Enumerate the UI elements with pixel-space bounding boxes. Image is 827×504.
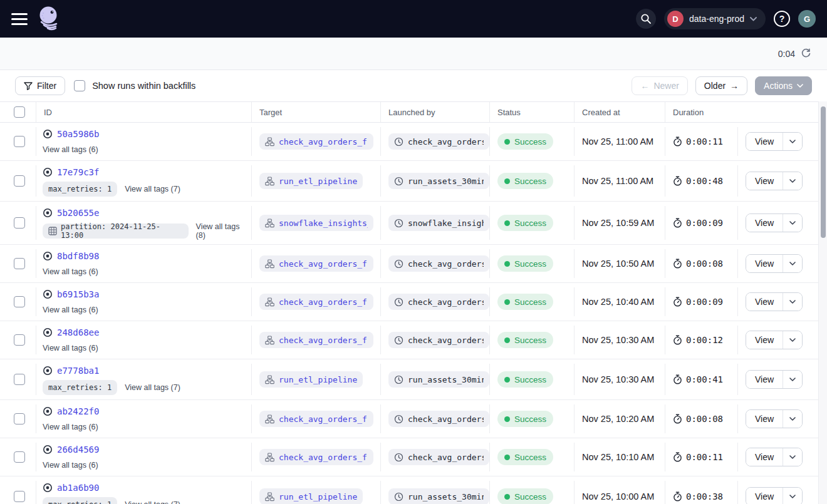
run-id-cell: e7778ba1 max_retries: 1 View all tags (7… xyxy=(36,364,252,395)
view-dropdown-button[interactable] xyxy=(783,488,802,504)
view-dropdown-button[interactable] xyxy=(783,133,802,150)
filter-button[interactable]: Filter xyxy=(15,76,65,95)
search-button[interactable] xyxy=(636,9,656,29)
view-dropdown-button[interactable] xyxy=(783,331,802,349)
target-pill[interactable]: check_avg_orders_freshne xyxy=(259,411,373,427)
scrollbar-track[interactable] xyxy=(818,101,827,504)
target-pill[interactable]: check_avg_orders_freshne xyxy=(259,133,373,150)
launched-by-pill[interactable]: snowflake_insights_… xyxy=(388,215,489,231)
run-id-link[interactable]: ab2422f0 xyxy=(57,406,99,416)
target-pill[interactable]: check_avg_orders_freshne xyxy=(259,255,373,272)
target-pill[interactable]: run_etl_pipeline xyxy=(259,488,363,504)
avatar[interactable]: G xyxy=(798,10,816,28)
run-tag-pill[interactable]: max_retries: 1 xyxy=(43,380,117,395)
run-id-link[interactable]: 8bdf8b98 xyxy=(57,251,99,261)
target-pill[interactable]: check_avg_orders_freshne xyxy=(259,332,373,348)
tag-label: max_retries: 1 xyxy=(48,185,112,193)
target-pill[interactable]: run_etl_pipeline xyxy=(259,173,363,189)
hamburger-menu-icon[interactable] xyxy=(11,10,29,28)
view-button[interactable]: View xyxy=(746,293,783,311)
view-button[interactable]: View xyxy=(746,255,783,272)
created-at: Nov 25, 10:10 AM xyxy=(582,452,654,462)
view-all-tags-link[interactable]: View all tags (7) xyxy=(125,500,180,504)
row-checkbox[interactable] xyxy=(14,175,25,187)
target-pill[interactable]: check_avg_orders_freshne xyxy=(259,294,373,310)
launched-by-pill[interactable]: check_avg_orders_f… xyxy=(388,255,489,272)
launched-by-pill[interactable]: check_avg_orders_f… xyxy=(388,449,489,465)
view-all-tags-link[interactable]: View all tags (8) xyxy=(196,222,251,240)
status-badge: Success xyxy=(497,449,553,465)
view-button[interactable]: View xyxy=(746,448,783,466)
run-tag-pill[interactable]: max_retries: 1 xyxy=(43,497,117,504)
view-dropdown-button[interactable] xyxy=(783,410,802,428)
launched-by-pill[interactable]: run_assets_30min xyxy=(388,173,489,189)
run-id-link[interactable]: 248d68ee xyxy=(57,327,99,337)
status-badge: Success xyxy=(497,215,553,231)
view-all-tags-link[interactable]: View all tags (6) xyxy=(43,306,98,314)
launched-by-pill[interactable]: check_avg_orders_f… xyxy=(388,133,489,150)
older-button[interactable]: Older → xyxy=(695,76,747,95)
launched-by-pill[interactable]: run_assets_30min xyxy=(388,371,489,388)
row-checkbox[interactable] xyxy=(14,451,25,463)
launched-by-pill[interactable]: check_avg_orders_f… xyxy=(388,411,489,427)
target-pill[interactable]: run_etl_pipeline xyxy=(259,371,363,388)
run-id-link[interactable]: 5b20655e xyxy=(57,208,99,218)
refresh-icon[interactable] xyxy=(801,48,811,59)
launched-by-pill[interactable]: run_assets_30min xyxy=(388,488,489,504)
view-dropdown-button[interactable] xyxy=(783,293,802,311)
clock-icon xyxy=(394,137,403,147)
view-button[interactable]: View xyxy=(746,410,783,428)
row-checkbox[interactable] xyxy=(14,491,25,502)
actions-button[interactable]: Actions xyxy=(755,76,812,95)
view-button[interactable]: View xyxy=(746,331,783,349)
scrollbar-thumb[interactable] xyxy=(821,106,826,238)
view-dropdown-button[interactable] xyxy=(783,214,802,232)
view-all-tags-link[interactable]: View all tags (6) xyxy=(43,423,98,431)
run-id-link[interactable]: 50a5986b xyxy=(57,129,99,139)
view-all-tags-link[interactable]: View all tags (6) xyxy=(43,145,98,154)
select-all-checkbox[interactable] xyxy=(14,106,25,118)
status-label: Success xyxy=(514,137,546,147)
view-all-tags-link[interactable]: View all tags (7) xyxy=(125,383,180,392)
row-checkbox[interactable] xyxy=(14,258,25,269)
view-button[interactable]: View xyxy=(746,133,783,150)
status-label: Success xyxy=(514,177,546,186)
run-id-cell: 5b20655e partition: 2024-11-25-13:00 Vie… xyxy=(36,206,252,240)
duration-cell: 0:00:41 xyxy=(665,364,738,395)
row-checkbox[interactable] xyxy=(14,136,25,147)
target-pill[interactable]: snowflake_insights_import xyxy=(259,215,373,231)
run-id-link[interactable]: 17e79c3f xyxy=(57,167,99,177)
run-tag-pill[interactable]: max_retries: 1 xyxy=(43,182,117,197)
help-icon[interactable]: ? xyxy=(774,11,790,27)
newer-button[interactable]: ← Newer xyxy=(632,76,687,95)
view-dropdown-button[interactable] xyxy=(783,255,802,272)
view-dropdown-button[interactable] xyxy=(783,172,802,190)
run-id-link[interactable]: ab1a6b90 xyxy=(57,483,99,493)
view-all-tags-link[interactable]: View all tags (6) xyxy=(43,267,98,276)
launched-by-pill[interactable]: check_avg_orders_f… xyxy=(388,294,489,310)
view-button-group: View xyxy=(746,132,803,151)
row-checkbox[interactable] xyxy=(14,374,25,385)
view-all-tags-link[interactable]: View all tags (6) xyxy=(43,344,98,352)
launched-by-pill[interactable]: check_avg_orders_f… xyxy=(388,332,489,348)
run-id-link[interactable]: 266d4569 xyxy=(57,445,99,455)
row-checkbox[interactable] xyxy=(14,217,25,229)
view-all-tags-link[interactable]: View all tags (7) xyxy=(125,185,180,193)
run-id-cell: 50a5986b View all tags (6) xyxy=(36,127,252,156)
view-button[interactable]: View xyxy=(746,172,783,190)
view-dropdown-button[interactable] xyxy=(783,448,802,466)
run-id-link[interactable]: e7778ba1 xyxy=(57,366,99,376)
view-all-tags-link[interactable]: View all tags (6) xyxy=(43,461,98,470)
run-tag-pill[interactable]: partition: 2024-11-25-13:00 xyxy=(43,224,189,239)
row-checkbox[interactable] xyxy=(14,296,25,307)
backfills-checkbox[interactable] xyxy=(74,80,85,91)
view-dropdown-button[interactable] xyxy=(783,371,802,388)
run-id-link[interactable]: b6915b3a xyxy=(57,289,99,299)
row-checkbox[interactable] xyxy=(14,413,25,424)
row-checkbox[interactable] xyxy=(14,334,25,346)
view-button[interactable]: View xyxy=(746,371,783,388)
view-button[interactable]: View xyxy=(746,214,783,232)
target-pill[interactable]: check_avg_orders_freshne xyxy=(259,449,373,465)
deployment-switcher[interactable]: D data-eng-prod xyxy=(664,8,766,29)
view-button[interactable]: View xyxy=(746,488,783,504)
